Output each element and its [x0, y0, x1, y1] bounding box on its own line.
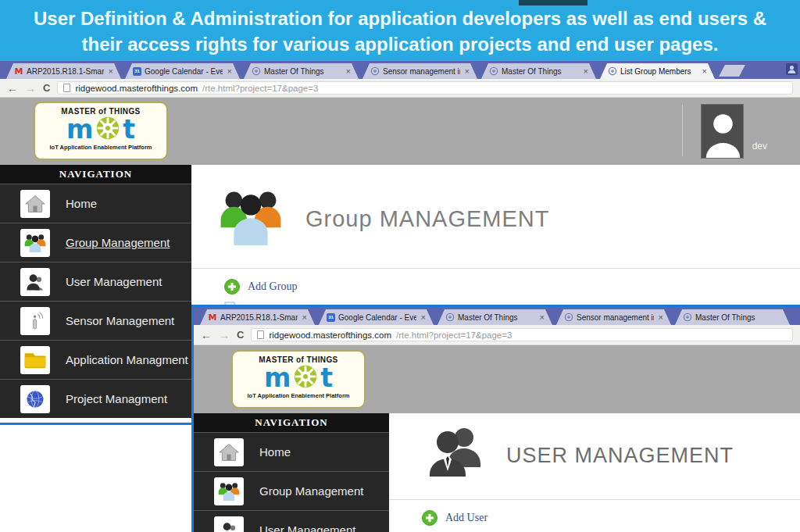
sidebar-item-sensor-management[interactable]: Sensor Management	[0, 301, 191, 340]
close-icon[interactable]: ×	[701, 66, 707, 76]
sidebar-item-home[interactable]: Home	[0, 184, 191, 223]
close-icon[interactable]: ×	[107, 66, 113, 76]
sidebar-item-application-management[interactable]: Application Managment	[0, 340, 191, 379]
mot-favicon	[445, 312, 455, 322]
sidebar-item-group-management[interactable]: Group Management	[0, 223, 191, 262]
username-label: dev	[752, 141, 767, 152]
page-title: USER MANAGEMENT	[506, 444, 734, 468]
mot-favicon	[489, 66, 498, 76]
globe-icon	[20, 385, 50, 413]
tab-master-of-things-2[interactable]: Master Of Things ×	[481, 63, 596, 79]
cropped-text-remnant	[519, 0, 588, 5]
close-icon[interactable]: ×	[657, 312, 663, 322]
gear-icon	[293, 364, 318, 392]
close-icon[interactable]: ×	[538, 312, 545, 322]
calendar-icon: 31	[327, 313, 335, 322]
tab-gmail[interactable]: M ARP2015.R18.1-Smart Irri ×	[6, 63, 121, 79]
tab-master-of-things-1[interactable]: Master Of Things ×	[438, 309, 552, 325]
back-button[interactable]: ←	[201, 330, 212, 341]
tab-sensor-management[interactable]: Sensor management inte ×	[362, 63, 477, 79]
tab-title: Master Of Things	[502, 67, 579, 76]
reload-button[interactable]: C	[43, 82, 50, 94]
mot-logo: MASTER of THINGS m t IoT Application Ena…	[231, 350, 366, 409]
page-title: Group MANAGEMENT	[305, 206, 550, 232]
address-bar[interactable]: ridgewood.masterofthings.com/rte.html?pr…	[57, 81, 793, 95]
user-management-icon	[423, 423, 486, 488]
content-divider	[191, 268, 800, 269]
add-group-link[interactable]: Add Group	[224, 279, 800, 295]
tab-calendar[interactable]: 31 Google Calendar - Event ×	[319, 309, 434, 325]
sidebar-item-label: Application Managment	[66, 353, 188, 366]
tab-calendar[interactable]: 31 Google Calendar - Event ×	[125, 63, 240, 79]
navigation-sidebar: NAVIGATION Home Group Management User Ma…	[0, 165, 191, 418]
tab-title: ARP2015.R18.1-Smart Irri	[220, 313, 298, 322]
logo-letter-m: m	[264, 366, 291, 390]
sidebar-item-home[interactable]: Home	[194, 432, 389, 471]
tab-title: Sensor management inte	[577, 313, 654, 322]
mot-favicon	[252, 66, 261, 76]
group-icon	[214, 477, 244, 505]
caption-line-2: their access rights for various applicat…	[0, 31, 800, 57]
content-divider	[389, 499, 800, 500]
navigation-sidebar: NAVIGATION Home Group Management User Ma…	[194, 413, 389, 532]
add-icon	[422, 510, 438, 526]
back-button[interactable]: ←	[7, 83, 18, 94]
user-icon	[20, 268, 50, 296]
sidebar-item-user-management[interactable]: User Management	[0, 262, 191, 301]
logo-letter-t: t	[320, 366, 333, 390]
close-icon[interactable]: ×	[463, 66, 470, 76]
caption-banner: User Definition & Administration for app…	[0, 0, 800, 61]
logo-letter-m: m	[66, 118, 93, 141]
app-header: MASTER of THINGS m t IoT Application Ena…	[194, 345, 800, 413]
mot-favicon	[683, 312, 692, 322]
close-icon[interactable]: ×	[226, 66, 232, 76]
tab-gmail[interactable]: M ARP2015.R18.1-Smart Irri ×	[200, 309, 315, 325]
close-icon[interactable]: ×	[301, 312, 307, 322]
user-avatar[interactable]	[701, 104, 744, 159]
home-icon	[214, 438, 244, 466]
sidebar-item-label: Group Management	[259, 484, 363, 498]
logo-subtitle: IoT Application Enablement Platform	[35, 144, 166, 151]
sidebar-item-label: User Management	[259, 523, 355, 532]
mot-favicon	[608, 66, 617, 76]
close-icon[interactable]: ×	[582, 66, 588, 76]
sidebar-item-label: Sensor Management	[66, 314, 174, 327]
gmail-icon: M	[208, 312, 217, 322]
new-tab-button[interactable]	[719, 65, 745, 77]
sidebar-item-user-management[interactable]: User Management	[194, 510, 389, 532]
forward-button[interactable]: →	[25, 83, 36, 94]
tab-master-of-things-2[interactable]: Master Of Things	[675, 309, 790, 325]
add-user-link[interactable]: Add User	[422, 510, 800, 526]
tab-strip: M ARP2015.R18.1-Smart Irri × 31 Google C…	[194, 307, 800, 325]
header-divider	[682, 105, 683, 156]
sidebar-item-label: Home	[66, 197, 97, 210]
tab-master-of-things-1[interactable]: Master Of Things ×	[244, 63, 359, 79]
link-label: Add User	[445, 512, 488, 524]
sidebar-item-label: Project Managment	[66, 392, 167, 405]
group-management-icon	[218, 187, 284, 251]
sidebar-item-group-management[interactable]: Group Management	[194, 471, 389, 510]
group-icon	[20, 229, 50, 257]
mot-logo: MASTER of THINGS m t IoT Application Ena…	[34, 102, 168, 160]
page-icon	[63, 84, 70, 92]
gear-icon	[95, 116, 120, 144]
forward-button[interactable]: →	[219, 330, 230, 341]
tab-sensor-management[interactable]: Sensor management inte ×	[556, 309, 671, 325]
navigation-heading: NAVIGATION	[0, 165, 191, 184]
sensor-icon	[20, 307, 50, 335]
tab-title: Google Calendar - Event	[145, 67, 223, 76]
tab-title: Master Of Things	[458, 313, 535, 322]
tab-title: Sensor management inte	[383, 67, 460, 76]
browser-profile-icon[interactable]	[786, 63, 798, 75]
close-icon[interactable]: ×	[420, 312, 426, 322]
address-bar[interactable]: ridgewood.masterofthings.com/rte.html?pr…	[251, 328, 793, 341]
sidebar-item-project-management[interactable]: Project Managment	[0, 379, 191, 418]
page-icon	[257, 330, 264, 339]
browser-window-user-management: M ARP2015.R18.1-Smart Irri × 31 Google C…	[191, 305, 800, 532]
home-icon	[20, 190, 50, 218]
reload-button[interactable]: C	[237, 329, 244, 341]
tab-title: ARP2015.R18.1-Smart Irri	[27, 67, 104, 76]
close-icon[interactable]: ×	[345, 66, 351, 76]
logo-subtitle: IoT Application Enablement Platform	[233, 392, 364, 399]
tab-list-group-members[interactable]: List Group Members ×	[600, 63, 715, 79]
